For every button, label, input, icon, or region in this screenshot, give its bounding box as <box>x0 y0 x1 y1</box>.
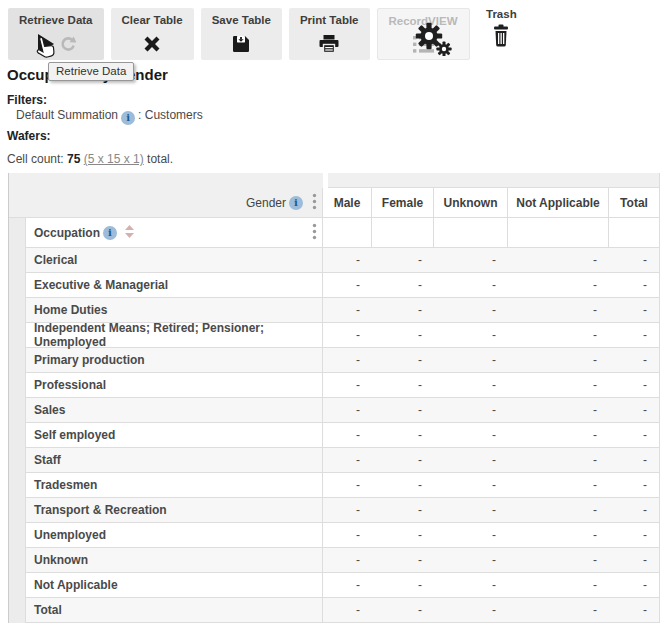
data-cell: - <box>508 423 609 447</box>
data-cell: - <box>609 548 659 572</box>
row-axis-header: Occupation i <box>26 218 323 248</box>
data-cell: - <box>508 398 609 422</box>
wafers-heading: Wafers: <box>7 129 51 143</box>
row-label: Primary production <box>26 348 323 373</box>
data-cell: - <box>372 448 434 472</box>
filters-heading: Filters: <box>7 93 47 107</box>
data-cell: - <box>434 373 508 397</box>
info-icon[interactable]: i <box>121 111 135 125</box>
data-cell: - <box>323 248 372 272</box>
row-label: Unemployed <box>26 523 323 548</box>
data-cell: - <box>372 273 434 297</box>
data-table: Gender i MaleFemaleUnknownNot Applicable… <box>8 173 660 623</box>
data-cell: - <box>323 398 372 422</box>
column-header-not-applicable: Not Applicable <box>508 188 609 218</box>
column-header-row: MaleFemaleUnknownNot ApplicableTotal <box>323 188 659 218</box>
settings-gear-button[interactable] <box>414 22 454 59</box>
row-axis-label: Occupation <box>34 226 100 240</box>
clear-x-icon <box>141 28 163 60</box>
data-cell: - <box>508 273 609 297</box>
save-table-label: Save Table <box>212 14 271 26</box>
kebab-menu-icon[interactable] <box>312 193 317 213</box>
info-icon[interactable]: i <box>289 196 303 210</box>
data-cell: - <box>508 323 609 347</box>
data-cell: - <box>508 523 609 547</box>
table-row: ----- <box>323 548 659 573</box>
trash-button[interactable]: Trash <box>486 8 517 50</box>
data-cell: - <box>323 448 372 472</box>
row-label: Total <box>26 598 323 623</box>
table-row: ----- <box>323 398 659 423</box>
tooltip: Retrieve Data <box>48 62 134 81</box>
gears-icon <box>414 44 454 59</box>
table-row: ----- <box>323 348 659 373</box>
trash-label: Trash <box>486 8 517 20</box>
row-label: Tradesmen <box>26 473 323 498</box>
data-cell: - <box>508 498 609 522</box>
printer-icon <box>318 28 340 60</box>
column-axis-header: Gender i <box>9 188 323 218</box>
info-icon[interactable]: i <box>103 226 117 240</box>
table-row: ----- <box>323 498 659 523</box>
retrieve-data-label: Retrieve Data <box>19 14 93 26</box>
data-cell: - <box>434 598 508 622</box>
data-cell: - <box>372 398 434 422</box>
data-cell: - <box>323 298 372 322</box>
data-cell: - <box>434 548 508 572</box>
table-row: ----- <box>323 473 659 498</box>
filter-item: Default Summationi: Customers <box>16 108 203 125</box>
data-cell: - <box>434 448 508 472</box>
data-cell: - <box>323 573 372 597</box>
table-header-strip-left <box>9 173 323 188</box>
hand-cursor-icon <box>34 36 58 66</box>
row-gutter <box>9 218 26 623</box>
clear-table-label: Clear Table <box>122 14 183 26</box>
data-cell: - <box>323 598 372 622</box>
data-cell: - <box>434 473 508 497</box>
kebab-menu-icon[interactable] <box>312 223 317 243</box>
data-cell: - <box>434 348 508 372</box>
data-cell: - <box>372 573 434 597</box>
column-header-total: Total <box>609 188 659 218</box>
row-label: Not Applicable <box>26 573 323 598</box>
table-row: ----- <box>323 573 659 598</box>
table-row: ----- <box>323 448 659 473</box>
cell-count-prefix: Cell count: <box>7 152 67 166</box>
data-cell: - <box>609 573 659 597</box>
data-cell: - <box>609 423 659 447</box>
data-cell: - <box>609 598 659 622</box>
clear-table-button[interactable]: Clear Table <box>111 8 194 60</box>
data-cell: - <box>323 548 372 572</box>
sort-icon[interactable] <box>125 225 134 241</box>
filter-value: Customers <box>145 108 203 122</box>
data-cell: - <box>609 298 659 322</box>
print-table-button[interactable]: Print Table <box>289 8 370 60</box>
table-row: ----- <box>323 298 659 323</box>
data-cell: - <box>508 448 609 472</box>
data-cell: - <box>372 523 434 547</box>
data-cell: - <box>609 398 659 422</box>
data-cell: - <box>508 373 609 397</box>
data-cell: - <box>323 273 372 297</box>
row-label: Independent Means; Retired; Pensioner; U… <box>26 323 323 348</box>
row-label: Transport & Recreation <box>26 498 323 523</box>
data-cell: - <box>508 248 609 272</box>
data-cell: - <box>372 423 434 447</box>
data-cell: - <box>609 473 659 497</box>
row-label: Self employed <box>26 423 323 448</box>
column-headers: MaleFemaleUnknownNot ApplicableTotal <box>323 188 659 248</box>
row-label: Executive & Managerial <box>26 273 323 298</box>
save-table-button[interactable]: Save Table <box>201 8 282 60</box>
data-cell: - <box>508 348 609 372</box>
column-header-empty-cell <box>372 218 434 248</box>
data-cell: - <box>508 548 609 572</box>
data-cell: - <box>372 323 434 347</box>
data-cell: - <box>434 573 508 597</box>
row-label: Professional <box>26 373 323 398</box>
row-label: Home Duties <box>26 298 323 323</box>
data-cell: - <box>609 323 659 347</box>
save-floppy-icon <box>231 28 251 60</box>
column-header-empty-cell <box>323 218 372 248</box>
cell-count-link[interactable]: (5 x 15 x 1) <box>84 152 144 166</box>
column-header-empty-cell <box>508 218 609 248</box>
